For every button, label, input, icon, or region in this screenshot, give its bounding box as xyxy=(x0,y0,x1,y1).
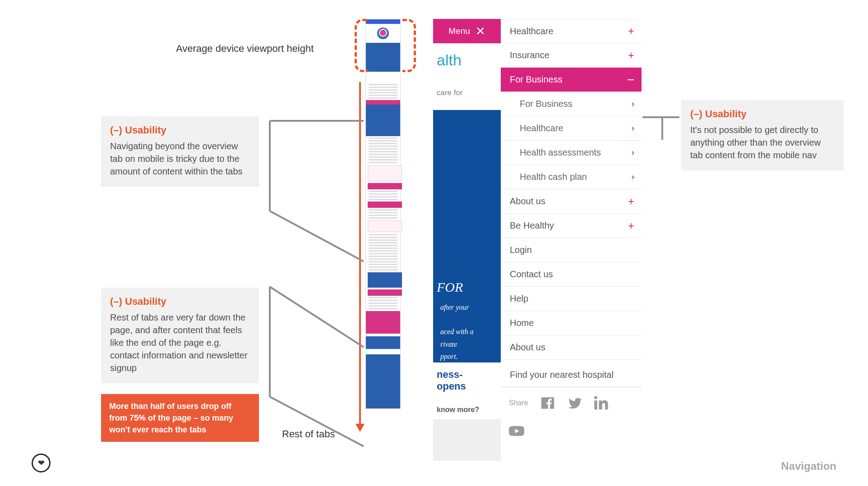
nav-item-be-healthy[interactable]: Be Healthy + xyxy=(501,214,642,238)
close-icon: ✕ xyxy=(476,25,485,37)
plus-icon: + xyxy=(628,25,642,37)
facebook-icon[interactable] xyxy=(540,395,555,411)
minus-icon: − xyxy=(627,73,642,87)
note-tag: (–) Usability xyxy=(110,296,250,307)
nav-item-healthcare[interactable]: Healthcare + xyxy=(501,19,642,43)
chevron-right-icon: › xyxy=(632,172,642,182)
plus-icon: + xyxy=(628,195,642,208)
note-body: It's not possible to get directly to any… xyxy=(690,124,835,161)
scroll-arrow-head xyxy=(356,424,365,432)
mobile-nav-container: Menu ✕ Healthcare + Insurance + For Busi… xyxy=(433,19,642,444)
note-body: Navigating beyond the overview tab on mo… xyxy=(110,140,250,178)
share-bar: Share xyxy=(501,387,642,418)
svg-line-2 xyxy=(270,211,364,261)
nav-subitem-health-cash-plan[interactable]: Health cash plan › xyxy=(501,165,642,189)
note-usability-1: (–) Usability Navigating beyond the over… xyxy=(101,116,259,187)
share-label: Share xyxy=(509,399,528,407)
plus-icon: + xyxy=(628,49,642,62)
warning-dropoff: More than half of users drop off from 75… xyxy=(101,394,259,442)
label-rest-of-tabs: Rest of tabs xyxy=(282,428,335,440)
heart-icon: ❤ xyxy=(38,458,45,468)
viewport-bracket-right xyxy=(402,19,416,72)
youtube-row xyxy=(501,418,642,444)
linkedin-icon[interactable] xyxy=(594,395,609,411)
note-usability-2: (–) Usability Rest of tabs are very far … xyxy=(101,288,259,383)
chevron-right-icon: › xyxy=(632,148,642,157)
nav-item-contact-us[interactable]: Contact us xyxy=(501,262,642,287)
note-usability-3: (–) Usability It's not possible to get d… xyxy=(681,100,844,170)
slide-section-label: Navigation xyxy=(781,460,836,472)
youtube-icon[interactable] xyxy=(509,423,524,439)
menu-close-button[interactable]: Menu ✕ xyxy=(433,19,501,43)
nav-item-home[interactable]: Home xyxy=(501,311,642,335)
chevron-right-icon: › xyxy=(632,124,642,133)
twitter-icon[interactable] xyxy=(567,395,582,411)
nav-item-login[interactable]: Login xyxy=(501,238,642,262)
nav-subitem-for-business[interactable]: For Business › xyxy=(501,92,642,116)
chevron-right-icon: › xyxy=(632,99,642,109)
nav-item-help[interactable]: Help xyxy=(501,287,642,311)
nav-subitem-healthcare[interactable]: Healthcare › xyxy=(501,116,642,141)
label-viewport-height: Average device viewport height xyxy=(176,43,314,55)
nav-item-insurance[interactable]: Insurance + xyxy=(501,43,642,68)
scroll-arrow-line xyxy=(359,82,361,425)
favorite-button[interactable]: ❤ xyxy=(32,454,51,472)
nav-item-about-us[interactable]: About us + xyxy=(501,189,642,214)
svg-line-4 xyxy=(270,287,364,347)
note-body: Rest of tabs are very far down the page,… xyxy=(110,311,250,374)
note-tag: (–) Usability xyxy=(690,108,835,120)
nav-item-about-us-2[interactable]: About us xyxy=(501,335,642,360)
nav-subitem-health-assessments[interactable]: Health assessments › xyxy=(501,141,642,165)
note-tag: (–) Usability xyxy=(110,124,250,136)
menu-label: Menu xyxy=(448,26,470,36)
nav-item-find-hospital[interactable]: Find your nearest hospital xyxy=(501,360,642,387)
nav-item-for-business[interactable]: For Business − xyxy=(501,68,642,92)
plus-icon: + xyxy=(628,220,642,232)
long-page-thumbnail xyxy=(365,19,401,409)
viewport-bracket-left xyxy=(355,19,368,72)
